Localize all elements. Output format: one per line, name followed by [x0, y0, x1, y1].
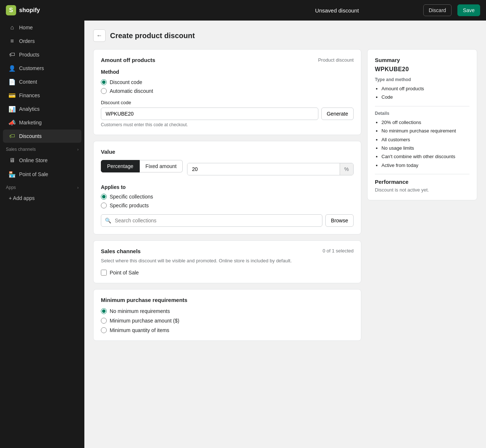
- logo-text: shopify: [19, 7, 40, 14]
- save-button[interactable]: Save: [457, 4, 480, 16]
- channels-description: Select where this discount will be visib…: [101, 257, 354, 265]
- sidebar-item-finances[interactable]: 💳 Finances: [3, 89, 81, 102]
- generate-button[interactable]: Generate: [321, 108, 354, 120]
- card-header: Amount off products Product discount: [101, 57, 354, 63]
- value-input-row: Percentage Fixed amount %: [101, 160, 354, 178]
- specific-collections-radio[interactable]: [101, 194, 107, 200]
- discount-code-radio[interactable]: [101, 79, 107, 85]
- finances-icon: 💳: [9, 92, 15, 99]
- sidebar-item-label: Analytics: [19, 106, 40, 112]
- sidebar-item-label: Online Store: [19, 157, 48, 163]
- performance-text: Discount is not active yet.: [375, 187, 469, 193]
- sidebar-item-label: Finances: [19, 92, 40, 98]
- fixed-amount-tab[interactable]: Fixed amount: [140, 160, 183, 172]
- sidebar-item-label: Point of Sale: [19, 171, 48, 177]
- search-collections-wrap: 🔍: [101, 214, 322, 227]
- no-minimum-radio[interactable]: [101, 308, 107, 314]
- detail-item-4: Can't combine with other discounts: [381, 152, 469, 161]
- discard-button[interactable]: Discard: [423, 4, 452, 16]
- detail-item-0: 20% off collections: [381, 118, 469, 127]
- content-icon: 📄: [9, 79, 15, 85]
- page-title: Create product discount: [110, 32, 195, 40]
- sidebar-item-label: Products: [19, 52, 39, 58]
- value-suffix: %: [340, 163, 353, 175]
- sales-channels-title: Sales channels: [101, 248, 140, 254]
- automatic-discount-radio[interactable]: [101, 88, 107, 94]
- applies-to-label: Applies to: [101, 184, 354, 190]
- back-button[interactable]: ←: [93, 29, 106, 42]
- value-card: Value Percentage Fixed amount %: [93, 141, 361, 234]
- min-qty-radio[interactable]: [101, 327, 107, 333]
- search-browse-row: 🔍 Browse: [101, 214, 354, 227]
- sidebar-item-discounts[interactable]: 🏷 Discounts: [3, 130, 81, 143]
- topbar-title: Unsaved discount: [257, 7, 417, 14]
- min-amount-radio-item[interactable]: Minimum purchase amount ($): [101, 318, 354, 324]
- sidebar-item-analytics[interactable]: 📊 Analytics: [3, 102, 81, 116]
- browse-button[interactable]: Browse: [325, 214, 354, 227]
- apps-section-header: Apps ›: [0, 181, 84, 192]
- min-qty-radio-item[interactable]: Minimum quantity of items: [101, 327, 354, 333]
- automatic-discount-radio-item[interactable]: Automatic discount: [101, 88, 354, 94]
- sidebar-item-products[interactable]: 🏷 Products: [3, 48, 81, 61]
- sidebar-item-customers[interactable]: 👤 Customers: [3, 62, 81, 75]
- online-store-icon: 🖥: [9, 157, 15, 164]
- detail-item-3: No usage limits: [381, 144, 469, 152]
- specific-products-radio-item[interactable]: Specific products: [101, 203, 354, 208]
- min-qty-label: Minimum quantity of items: [110, 327, 169, 333]
- content-grid: Amount off products Product discount Met…: [93, 49, 477, 341]
- add-apps-label: + Add apps: [9, 195, 34, 201]
- sidebar-item-home[interactable]: ⌂ Home: [3, 21, 81, 34]
- products-icon: 🏷: [9, 51, 15, 58]
- sidebar-item-add-apps[interactable]: + Add apps: [3, 192, 81, 204]
- sidebar: S shopify ⌂ Home ≡ Orders 🏷 Products 👤 C…: [0, 0, 84, 448]
- details-label: Details: [375, 111, 469, 116]
- sidebar-item-marketing[interactable]: 📣 Marketing: [3, 116, 81, 129]
- summary-method-item: Code: [381, 93, 469, 101]
- point-of-sale-icon: 🏪: [9, 171, 15, 178]
- type-method-list: Amount off products Code: [375, 84, 469, 102]
- summary-card: Summary WPKUBE20 Type and method Amount …: [367, 49, 477, 200]
- value-input[interactable]: [187, 163, 339, 175]
- topbar: Unsaved discount Discard Save: [84, 0, 486, 21]
- sidebar-item-online-store[interactable]: 🖥 Online Store: [3, 154, 81, 167]
- discounts-icon: 🏷: [9, 133, 15, 139]
- sidebar-item-orders[interactable]: ≡ Orders: [3, 34, 81, 48]
- sidebar-item-label: Marketing: [19, 120, 41, 125]
- pos-checkbox[interactable]: [101, 270, 107, 276]
- percentage-tab[interactable]: Percentage: [101, 160, 140, 172]
- sidebar-item-label: Orders: [19, 38, 35, 44]
- specific-products-radio[interactable]: [101, 203, 107, 208]
- specific-collections-radio-item[interactable]: Specific collections: [101, 194, 354, 200]
- discount-code-input[interactable]: [101, 108, 318, 120]
- summary-code: WPKUBE20: [375, 66, 469, 73]
- applies-to-section: Applies to Specific collections Specific…: [101, 184, 354, 227]
- discount-code-input-row: Generate: [101, 108, 354, 120]
- type-method-label: Type and method: [375, 77, 469, 82]
- minimum-purchase-title: Minimum purchase requirements: [101, 297, 354, 303]
- sidebar-item-point-of-sale[interactable]: 🏪 Point of Sale: [3, 168, 81, 181]
- sidebar-item-content[interactable]: 📄 Content: [3, 75, 81, 88]
- summary-divider-1: [375, 106, 469, 106]
- method-label: Method: [101, 69, 354, 75]
- specific-collections-label: Specific collections: [110, 194, 153, 200]
- detail-item-2: All customers: [381, 135, 469, 144]
- min-amount-label: Minimum purchase amount ($): [110, 318, 179, 324]
- specific-products-label: Specific products: [110, 203, 149, 208]
- page-header: ← Create product discount: [93, 29, 477, 42]
- search-collections-input[interactable]: [115, 215, 322, 226]
- amount-off-products-card: Amount off products Product discount Met…: [93, 49, 361, 135]
- sales-channels-section-header: Sales channels ›: [0, 143, 84, 153]
- sidebar-item-label: Discounts: [19, 133, 41, 139]
- discount-code-helper: Customers must enter this code at checko…: [101, 122, 354, 127]
- discount-code-field-label: Discount code: [101, 100, 354, 105]
- discount-code-radio-item[interactable]: Discount code: [101, 79, 354, 85]
- pos-checkbox-item[interactable]: Point of Sale: [101, 270, 354, 276]
- sidebar-item-label: Customers: [19, 65, 44, 71]
- performance-title: Performance: [375, 179, 469, 185]
- applies-to-radio-group: Specific collections Specific products: [101, 194, 354, 208]
- home-icon: ⌂: [9, 24, 15, 31]
- detail-item-1: No minimum purchase requirement: [381, 127, 469, 135]
- main-area: Unsaved discount Discard Save ← Create p…: [84, 0, 486, 448]
- min-amount-radio[interactable]: [101, 318, 107, 324]
- no-minimum-radio-item[interactable]: No minimum requirements: [101, 308, 354, 314]
